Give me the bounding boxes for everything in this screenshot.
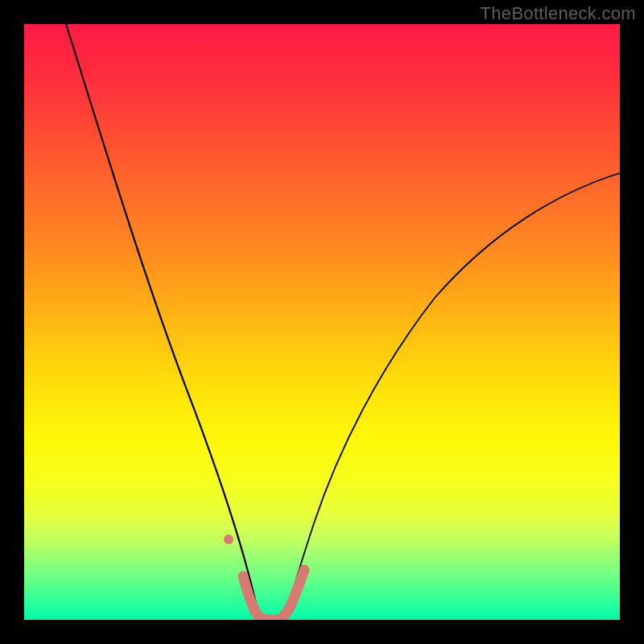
curve-left-branch — [66, 24, 259, 616]
highlight-dot — [224, 535, 233, 544]
highlight-u-segment — [243, 570, 304, 620]
chart-frame: TheBottleneck.com — [0, 0, 644, 644]
curves-layer — [24, 24, 620, 620]
watermark-text: TheBottleneck.com — [481, 3, 636, 24]
plot-area — [24, 24, 620, 620]
curve-right-branch — [285, 173, 620, 616]
